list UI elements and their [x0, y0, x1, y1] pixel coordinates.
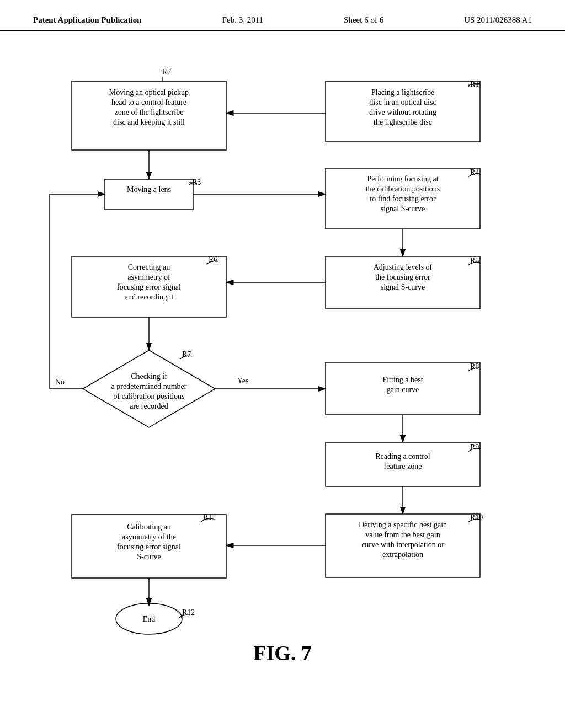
svg-text:R11: R11	[203, 513, 216, 521]
svg-text:head to a control feature: head to a control feature	[111, 98, 186, 106]
svg-text:zone of the lightscribe: zone of the lightscribe	[115, 108, 184, 116]
svg-text:are recorded: are recorded	[130, 402, 168, 410]
svg-text:No: No	[55, 378, 65, 386]
date-label: Feb. 3, 2011	[222, 15, 263, 25]
svg-text:the lightscribe disc: the lightscribe disc	[374, 118, 432, 126]
svg-text:focusing error signal: focusing error signal	[117, 283, 181, 291]
svg-text:curve with interpolation or: curve with interpolation or	[361, 540, 444, 549]
svg-text:R2: R2	[162, 68, 171, 76]
svg-text:Calibrating an: Calibrating an	[127, 523, 171, 531]
sheet-label: Sheet 6 of 6	[344, 15, 383, 25]
svg-text:Yes: Yes	[237, 377, 248, 385]
diagram-area: Placing a lightscribe disc in an optical…	[0, 31, 565, 688]
svg-text:Performing focusing at: Performing focusing at	[367, 175, 438, 183]
svg-text:asymmetry of the: asymmetry of the	[122, 533, 176, 541]
svg-text:Moving a lens: Moving a lens	[127, 185, 171, 194]
svg-text:focusing error signal: focusing error signal	[117, 543, 181, 551]
svg-text:Moving an optical pickup: Moving an optical pickup	[109, 88, 189, 97]
svg-text:Fitting a best: Fitting a best	[382, 376, 423, 384]
svg-text:R10: R10	[470, 513, 483, 522]
svg-text:signal S-curve: signal S-curve	[381, 283, 425, 291]
svg-text:gain curve: gain curve	[387, 386, 419, 394]
svg-text:End: End	[143, 615, 156, 623]
svg-text:to find focusing error: to find focusing error	[370, 195, 436, 203]
svg-text:the focusing error: the focusing error	[375, 273, 430, 281]
svg-text:S-curve: S-curve	[137, 553, 161, 561]
svg-text:a predetermined number: a predetermined number	[111, 382, 187, 390]
svg-text:signal S-curve: signal S-curve	[381, 205, 425, 213]
svg-text:Adjusting levels of: Adjusting levels of	[374, 263, 433, 271]
svg-text:value from the best gain: value from the best gain	[365, 531, 440, 539]
svg-text:disc in an optical disc: disc in an optical disc	[369, 98, 436, 106]
svg-text:Placing a lightscribe: Placing a lightscribe	[371, 88, 434, 97]
svg-text:of calibration positions: of calibration positions	[113, 392, 184, 400]
svg-rect-18	[105, 179, 193, 210]
svg-text:feature zone: feature zone	[384, 462, 422, 470]
svg-text:Reading a control: Reading a control	[375, 452, 430, 461]
svg-text:and recording it: and recording it	[125, 293, 174, 301]
svg-text:Correcting an: Correcting an	[128, 263, 170, 271]
svg-text:disc and keeping it still: disc and keeping it still	[113, 118, 185, 126]
publication-label: Patent Application Publication	[33, 15, 142, 25]
svg-text:FIG. 7: FIG. 7	[253, 641, 312, 665]
svg-text:Deriving a specific best gain: Deriving a specific best gain	[359, 521, 447, 529]
patent-label: US 2011/026388 A1	[464, 15, 532, 25]
svg-text:drive without rotating: drive without rotating	[369, 108, 436, 116]
flowchart-svg: Placing a lightscribe disc in an optical…	[0, 31, 565, 688]
svg-text:extrapolation: extrapolation	[382, 550, 423, 559]
page-header: Patent Application Publication Feb. 3, 2…	[0, 0, 565, 31]
svg-text:Checking if: Checking if	[131, 372, 167, 381]
svg-text:the calibration positions: the calibration positions	[366, 185, 440, 193]
svg-text:asymmetry of: asymmetry of	[127, 273, 170, 281]
